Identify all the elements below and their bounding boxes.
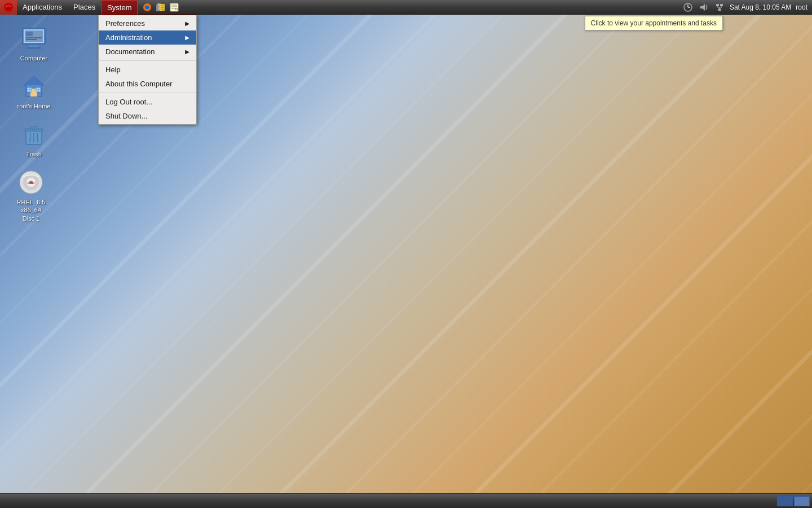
menu-item-logout[interactable]: Log Out root... [99,95,196,109]
username-display[interactable]: root [796,3,807,11]
submenu-arrow-documentation: ▶ [185,49,189,55]
menu-item-administration[interactable]: Administration ▶ [99,30,196,45]
svg-rect-27 [720,4,723,6]
svg-line-55 [37,133,38,142]
home-icon-label: root's Home [17,102,51,110]
menu-item-shutdown[interactable]: Shut Down... [99,109,196,123]
desktop-icon-home[interactable]: root's Home [11,71,56,112]
desktop-icon-trash[interactable]: Trash [11,119,56,160]
svg-rect-52 [30,126,37,129]
network-tray-icon[interactable] [714,2,725,13]
computer-icon-label: Computer [20,54,47,62]
taskbar-left: Applications Places System [0,0,682,15]
system-menu-button[interactable]: System [101,0,138,15]
redhat-icon-button[interactable] [0,0,17,15]
svg-rect-13 [161,7,164,8]
svg-line-53 [30,133,30,142]
dvd-svg: DVD [17,169,45,196]
datetime-display[interactable]: Sat Aug 8, 10:05 AM [730,3,791,11]
menu-item-preferences[interactable]: Preferences ▶ [99,16,196,30]
clock-tray-icon[interactable] [682,2,694,13]
filemanager-icon[interactable] [155,1,167,14]
home-svg [20,73,47,100]
firefox-icon[interactable] [141,1,153,14]
trash-svg [20,121,47,148]
system-dropdown-menu: Preferences ▶ Administration ▶ Documenta… [98,15,197,125]
svg-rect-40 [26,39,37,40]
desktop-icon-dvd[interactable]: DVD RHEL_6.5 x86_64 Disc 1 [6,167,56,225]
trash-icon-image [20,121,47,148]
svg-marker-25 [700,4,705,11]
texteditor-icon[interactable] [168,1,180,14]
svg-text:DVD: DVD [28,181,35,185]
trash-icon-label: Trash [26,150,42,158]
desktop-icon-computer[interactable]: Computer [11,23,56,64]
applications-menu[interactable]: Applications [17,0,68,15]
appointment-tooltip[interactable]: Click to view your appointments and task… [585,16,723,30]
svg-rect-36 [27,47,41,49]
quick-launch-bar [138,1,184,14]
menu-item-documentation[interactable]: Documentation ▶ [99,45,196,59]
svg-rect-12 [161,5,164,6]
menu-item-help[interactable]: Help [99,63,196,77]
svg-rect-38 [26,32,33,36]
taskbar-right: Sat Aug 8, 10:05 AM root [682,2,812,13]
svg-rect-39 [26,37,42,38]
menu-item-about[interactable]: About this Computer [99,77,196,91]
home-icon-image [20,73,47,100]
volume-tray-icon[interactable] [698,2,709,13]
svg-rect-14 [161,8,164,10]
submenu-arrow-preferences: ▶ [185,20,189,27]
redhat-icon [3,2,14,12]
svg-rect-28 [718,8,721,11]
workspace-2[interactable] [794,496,810,506]
menu-separator-1 [99,60,196,61]
places-menu[interactable]: Places [68,0,101,15]
svg-rect-35 [29,45,38,47]
dvd-icon-image: DVD [17,169,45,196]
dvd-icon-label: RHEL_6.5 x86_64 Disc 1 [8,198,54,222]
top-taskbar: Applications Places System [0,0,812,15]
workspace-1[interactable] [777,496,793,506]
svg-rect-26 [716,4,719,6]
submenu-arrow-administration: ▶ [185,34,189,41]
bottom-taskbar [0,493,812,508]
workspace-switcher [777,496,810,506]
computer-svg [20,25,47,52]
svg-marker-42 [24,76,44,85]
computer-icon-image [20,25,47,52]
menu-separator-2 [99,93,196,93]
